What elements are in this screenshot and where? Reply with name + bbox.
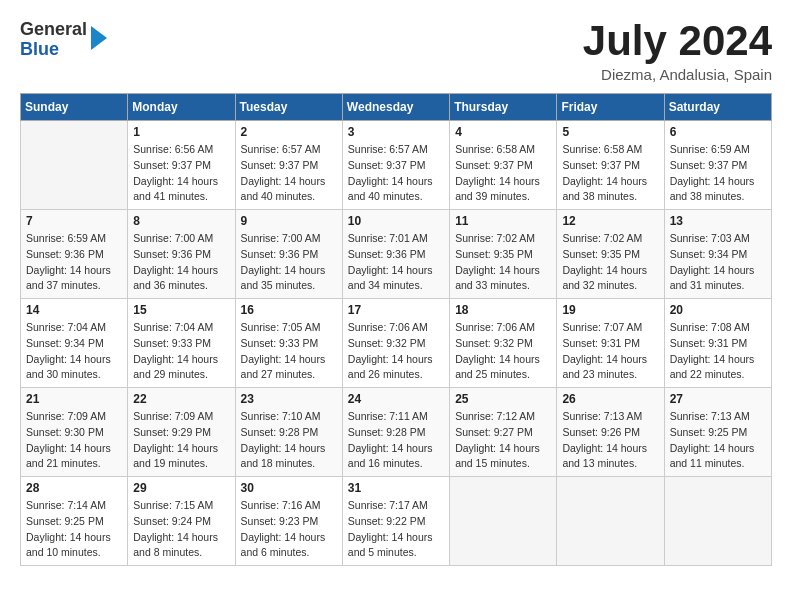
day-cell: 12Sunrise: 7:02 AMSunset: 9:35 PMDayligh… xyxy=(557,210,664,299)
col-header-saturday: Saturday xyxy=(664,94,771,121)
col-header-tuesday: Tuesday xyxy=(235,94,342,121)
logo-text: General Blue xyxy=(20,20,87,60)
day-number: 8 xyxy=(133,214,229,228)
day-cell: 22Sunrise: 7:09 AMSunset: 9:29 PMDayligh… xyxy=(128,388,235,477)
day-info: Sunrise: 7:10 AMSunset: 9:28 PMDaylight:… xyxy=(241,409,337,472)
day-info: Sunrise: 7:17 AMSunset: 9:22 PMDaylight:… xyxy=(348,498,444,561)
day-cell: 2Sunrise: 6:57 AMSunset: 9:37 PMDaylight… xyxy=(235,121,342,210)
day-number: 18 xyxy=(455,303,551,317)
location: Diezma, Andalusia, Spain xyxy=(583,66,772,83)
day-info: Sunrise: 7:16 AMSunset: 9:23 PMDaylight:… xyxy=(241,498,337,561)
week-row-3: 14Sunrise: 7:04 AMSunset: 9:34 PMDayligh… xyxy=(21,299,772,388)
day-number: 5 xyxy=(562,125,658,139)
day-info: Sunrise: 7:04 AMSunset: 9:33 PMDaylight:… xyxy=(133,320,229,383)
day-cell: 28Sunrise: 7:14 AMSunset: 9:25 PMDayligh… xyxy=(21,477,128,566)
day-number: 13 xyxy=(670,214,766,228)
day-info: Sunrise: 7:03 AMSunset: 9:34 PMDaylight:… xyxy=(670,231,766,294)
day-info: Sunrise: 7:00 AMSunset: 9:36 PMDaylight:… xyxy=(133,231,229,294)
day-cell xyxy=(557,477,664,566)
day-cell: 25Sunrise: 7:12 AMSunset: 9:27 PMDayligh… xyxy=(450,388,557,477)
day-cell: 1Sunrise: 6:56 AMSunset: 9:37 PMDaylight… xyxy=(128,121,235,210)
logo: General Blue xyxy=(20,20,107,60)
day-number: 22 xyxy=(133,392,229,406)
col-header-sunday: Sunday xyxy=(21,94,128,121)
month-title: July 2024 xyxy=(583,20,772,62)
day-cell: 4Sunrise: 6:58 AMSunset: 9:37 PMDaylight… xyxy=(450,121,557,210)
day-info: Sunrise: 7:15 AMSunset: 9:24 PMDaylight:… xyxy=(133,498,229,561)
day-number: 28 xyxy=(26,481,122,495)
col-header-monday: Monday xyxy=(128,94,235,121)
day-cell xyxy=(450,477,557,566)
day-cell: 31Sunrise: 7:17 AMSunset: 9:22 PMDayligh… xyxy=(342,477,449,566)
day-cell: 6Sunrise: 6:59 AMSunset: 9:37 PMDaylight… xyxy=(664,121,771,210)
day-number: 4 xyxy=(455,125,551,139)
day-cell: 20Sunrise: 7:08 AMSunset: 9:31 PMDayligh… xyxy=(664,299,771,388)
week-row-4: 21Sunrise: 7:09 AMSunset: 9:30 PMDayligh… xyxy=(21,388,772,477)
day-info: Sunrise: 7:00 AMSunset: 9:36 PMDaylight:… xyxy=(241,231,337,294)
day-cell: 24Sunrise: 7:11 AMSunset: 9:28 PMDayligh… xyxy=(342,388,449,477)
day-info: Sunrise: 7:11 AMSunset: 9:28 PMDaylight:… xyxy=(348,409,444,472)
day-info: Sunrise: 7:07 AMSunset: 9:31 PMDaylight:… xyxy=(562,320,658,383)
day-number: 10 xyxy=(348,214,444,228)
day-cell: 23Sunrise: 7:10 AMSunset: 9:28 PMDayligh… xyxy=(235,388,342,477)
col-header-friday: Friday xyxy=(557,94,664,121)
day-number: 3 xyxy=(348,125,444,139)
day-cell: 13Sunrise: 7:03 AMSunset: 9:34 PMDayligh… xyxy=(664,210,771,299)
day-info: Sunrise: 7:08 AMSunset: 9:31 PMDaylight:… xyxy=(670,320,766,383)
day-number: 24 xyxy=(348,392,444,406)
day-number: 29 xyxy=(133,481,229,495)
week-row-5: 28Sunrise: 7:14 AMSunset: 9:25 PMDayligh… xyxy=(21,477,772,566)
day-info: Sunrise: 7:14 AMSunset: 9:25 PMDaylight:… xyxy=(26,498,122,561)
day-info: Sunrise: 7:02 AMSunset: 9:35 PMDaylight:… xyxy=(562,231,658,294)
day-cell: 18Sunrise: 7:06 AMSunset: 9:32 PMDayligh… xyxy=(450,299,557,388)
day-info: Sunrise: 7:13 AMSunset: 9:25 PMDaylight:… xyxy=(670,409,766,472)
day-number: 20 xyxy=(670,303,766,317)
day-cell: 10Sunrise: 7:01 AMSunset: 9:36 PMDayligh… xyxy=(342,210,449,299)
day-number: 27 xyxy=(670,392,766,406)
page-header: General Blue July 2024 Diezma, Andalusia… xyxy=(20,20,772,83)
day-number: 21 xyxy=(26,392,122,406)
day-number: 9 xyxy=(241,214,337,228)
logo-arrow-icon xyxy=(91,26,107,50)
day-cell xyxy=(664,477,771,566)
day-number: 17 xyxy=(348,303,444,317)
day-info: Sunrise: 6:57 AMSunset: 9:37 PMDaylight:… xyxy=(348,142,444,205)
day-number: 11 xyxy=(455,214,551,228)
day-info: Sunrise: 7:09 AMSunset: 9:29 PMDaylight:… xyxy=(133,409,229,472)
day-number: 19 xyxy=(562,303,658,317)
day-info: Sunrise: 6:58 AMSunset: 9:37 PMDaylight:… xyxy=(562,142,658,205)
day-info: Sunrise: 7:05 AMSunset: 9:33 PMDaylight:… xyxy=(241,320,337,383)
day-cell: 29Sunrise: 7:15 AMSunset: 9:24 PMDayligh… xyxy=(128,477,235,566)
day-number: 14 xyxy=(26,303,122,317)
day-info: Sunrise: 7:13 AMSunset: 9:26 PMDaylight:… xyxy=(562,409,658,472)
day-info: Sunrise: 6:59 AMSunset: 9:36 PMDaylight:… xyxy=(26,231,122,294)
day-cell: 15Sunrise: 7:04 AMSunset: 9:33 PMDayligh… xyxy=(128,299,235,388)
day-cell: 26Sunrise: 7:13 AMSunset: 9:26 PMDayligh… xyxy=(557,388,664,477)
day-cell: 19Sunrise: 7:07 AMSunset: 9:31 PMDayligh… xyxy=(557,299,664,388)
day-cell: 5Sunrise: 6:58 AMSunset: 9:37 PMDaylight… xyxy=(557,121,664,210)
day-cell: 21Sunrise: 7:09 AMSunset: 9:30 PMDayligh… xyxy=(21,388,128,477)
day-cell: 8Sunrise: 7:00 AMSunset: 9:36 PMDaylight… xyxy=(128,210,235,299)
day-number: 2 xyxy=(241,125,337,139)
day-number: 26 xyxy=(562,392,658,406)
day-number: 16 xyxy=(241,303,337,317)
day-number: 30 xyxy=(241,481,337,495)
day-info: Sunrise: 7:06 AMSunset: 9:32 PMDaylight:… xyxy=(455,320,551,383)
day-number: 31 xyxy=(348,481,444,495)
day-cell: 27Sunrise: 7:13 AMSunset: 9:25 PMDayligh… xyxy=(664,388,771,477)
col-header-wednesday: Wednesday xyxy=(342,94,449,121)
day-info: Sunrise: 6:56 AMSunset: 9:37 PMDaylight:… xyxy=(133,142,229,205)
day-info: Sunrise: 6:58 AMSunset: 9:37 PMDaylight:… xyxy=(455,142,551,205)
day-number: 6 xyxy=(670,125,766,139)
week-row-2: 7Sunrise: 6:59 AMSunset: 9:36 PMDaylight… xyxy=(21,210,772,299)
day-cell: 16Sunrise: 7:05 AMSunset: 9:33 PMDayligh… xyxy=(235,299,342,388)
day-cell: 17Sunrise: 7:06 AMSunset: 9:32 PMDayligh… xyxy=(342,299,449,388)
day-info: Sunrise: 7:12 AMSunset: 9:27 PMDaylight:… xyxy=(455,409,551,472)
day-cell: 30Sunrise: 7:16 AMSunset: 9:23 PMDayligh… xyxy=(235,477,342,566)
day-cell: 14Sunrise: 7:04 AMSunset: 9:34 PMDayligh… xyxy=(21,299,128,388)
day-cell xyxy=(21,121,128,210)
week-row-1: 1Sunrise: 6:56 AMSunset: 9:37 PMDaylight… xyxy=(21,121,772,210)
day-number: 25 xyxy=(455,392,551,406)
day-number: 12 xyxy=(562,214,658,228)
day-info: Sunrise: 7:09 AMSunset: 9:30 PMDaylight:… xyxy=(26,409,122,472)
